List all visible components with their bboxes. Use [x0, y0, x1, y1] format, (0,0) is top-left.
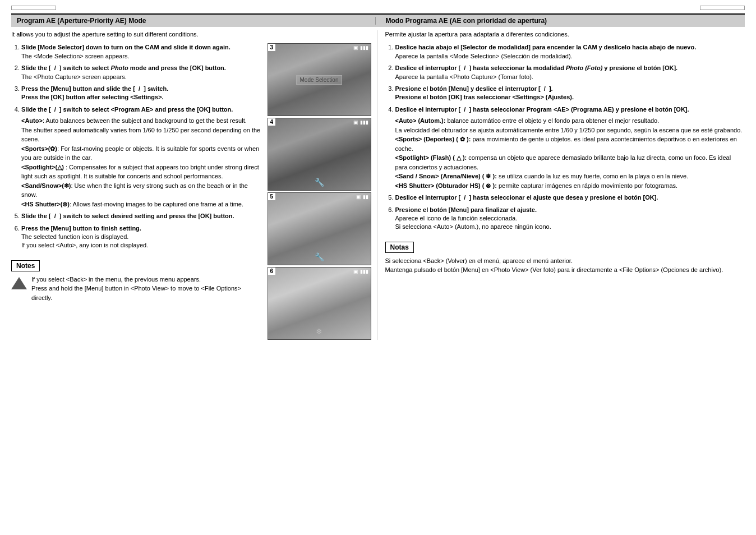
left-notes-label: Notes	[11, 260, 40, 271]
section-header-left: Program AE (Aperture-Priority AE) Mode	[17, 17, 371, 25]
main-content: It allows you to adjust the aperture set…	[11, 30, 745, 340]
camera-screen-3: 3 ▣ ▮▮▮ Mode Selection	[268, 43, 371, 116]
left-note-1: If you select <Back> in the menu, the pr…	[31, 275, 263, 284]
left-step-6-bold: Press the [Menu] button to finish settin…	[21, 225, 141, 232]
right-step-6-normal1: Aparece el icono de la función seleccion…	[395, 215, 518, 222]
left-notes-section: Notes If you select <Back> in the menu, …	[11, 256, 263, 303]
left-step-6: Press the [Menu] button to finish settin…	[21, 224, 263, 250]
left-subitem-sand: <Sand/Snow>(❄): Use when the light is ve…	[21, 181, 263, 200]
right-ordered-list: Deslice hacia abajo el [Selector de moda…	[385, 43, 745, 231]
right-notes-content: Si selecciona <Back> (Volver) en el menú…	[385, 256, 745, 275]
left-step-3: Press the [Menu] button and slide the [ …	[21, 85, 263, 102]
left-step-1: Slide [Mode Selector] down to turn on th…	[21, 43, 263, 61]
left-subitem-hs: <HS Shutter>(⊗): Allows fast-moving imag…	[21, 200, 263, 209]
left-step-4-bold: Slide the [ / ] switch to select <Progra…	[21, 106, 233, 113]
right-notes-label: Notas	[385, 242, 414, 253]
right-step-3: Presione el botón [Menu] y deslice el in…	[395, 85, 745, 102]
cam3-icons: ▣ ▮▮▮	[353, 45, 368, 50]
camera-screens-col: 3 ▣ ▮▮▮ Mode Selection 4	[268, 43, 371, 340]
left-intro: It allows you to adjust the aperture set…	[11, 30, 371, 39]
right-step-4-subitems: <Auto> (Autom.): balance automático entr…	[395, 116, 745, 190]
right-note-2: Mantenga pulsado el botón [Menu] en <Pho…	[385, 265, 745, 275]
left-note-2: Press and hold the [Menu] button in <Pho…	[31, 284, 263, 302]
cam3-mode-label: Mode Selection	[296, 75, 343, 85]
left-subitem-auto: <Auto>: Auto balances between the subjec…	[21, 116, 263, 126]
left-step-5: Slide the [ / ] switch to select desired…	[21, 212, 263, 220]
cam3-icon-battery: ▮▮▮	[360, 45, 368, 50]
right-step-1-bold: Deslice hacia abajo el [Selector de moda…	[395, 44, 697, 50]
left-step-4: Slide the [ / ] switch to select <Progra…	[21, 105, 263, 209]
right-intro: Permite ajustar la apertura para adaptar…	[385, 30, 745, 39]
right-step-2-bold: Deslice el interruptor [ / ] hasta selec…	[395, 64, 678, 71]
cam5-icon-signal: ▣	[356, 194, 361, 200]
right-step-6: Presione el botón [Menu] para finalizar …	[395, 206, 745, 232]
cam4-bottom-icon: 🔧	[315, 178, 324, 187]
left-step-6-normal1: The selected function icon is displayed.	[21, 233, 128, 240]
cam5-icons: ▣ ▮▮	[356, 194, 368, 200]
right-step-4: Deslice el interruptor [ / ] hasta selec…	[395, 105, 745, 190]
left-steps-list: Slide [Mode Selector] down to turn on th…	[11, 43, 263, 340]
left-step-1-bold: Slide [Mode Selector] down to turn on th…	[21, 44, 231, 50]
left-ordered-list: Slide [Mode Selector] down to turn on th…	[11, 43, 263, 250]
right-subitem-shutter: La velocidad del obturador se ajusta aut…	[395, 126, 745, 135]
right-subitem-spotlight: <Spotlight> (Flash) ( △ ): compensa un o…	[395, 153, 745, 172]
right-step-5-bold: Deslice el interruptor [ / ] hasta selec…	[395, 194, 658, 201]
cam6-num: 6	[268, 268, 276, 275]
left-step-2-bold: Slide the [ / ] switch to select Photo m…	[21, 64, 226, 71]
left-column: It allows you to adjust the aperture set…	[11, 30, 377, 340]
left-step-5-bold: Slide the [ / ] switch to select desired…	[21, 213, 234, 219]
left-step-6-normal2: If you select <Auto>, any icon is not di…	[21, 242, 148, 248]
right-notes-section: Notas Si selecciona <Back> (Volver) en e…	[385, 237, 745, 275]
right-subitem-auto: <Auto> (Autom.): balance automático entr…	[395, 116, 745, 126]
right-note-1: Si selecciona <Back> (Volver) en el menú…	[385, 256, 745, 266]
right-step-4-bold: Deslice el interruptor [ / ] hasta selec…	[395, 106, 689, 113]
right-step-1: Deslice hacia abajo el [Selector de moda…	[395, 43, 745, 61]
camera-screen-4: 4 ▣ ▮▮▮ 🔧	[268, 118, 371, 191]
cam6-icon-signal: ▣	[353, 269, 358, 274]
left-step-2: Slide the [ / ] switch to select Photo m…	[21, 64, 263, 81]
cam5-num: 5	[268, 193, 276, 200]
cam4-num: 4	[268, 118, 276, 126]
cam5-icon-battery: ▮▮	[363, 194, 368, 200]
left-step-1-normal: The <Mode Selection> screen appears.	[21, 53, 130, 59]
cam4-icons: ▣ ▮▮▮	[353, 119, 368, 125]
right-step-2-normal: Aparece la pantalla <Photo Capture> (Tom…	[395, 73, 533, 80]
left-steps-with-images: Slide [Mode Selector] down to turn on th…	[11, 43, 371, 340]
camera-screen-6: 6 ▣ ▮▮▮ ❄	[268, 267, 371, 340]
top-bar	[11, 6, 745, 10]
cam6-icon-battery: ▮▮▮	[360, 269, 368, 274]
left-step-3-bold: Press the [Menu] button and slide the [ …	[21, 85, 168, 92]
cam6-icons: ▣ ▮▮▮	[353, 269, 368, 274]
cam6-bottom-icon: ❄	[316, 327, 322, 336]
cam3-num: 3	[268, 44, 276, 51]
page: Program AE (Aperture-Priority AE) Mode M…	[0, 0, 756, 535]
left-notes-text: If you select <Back> in the menu, the pr…	[31, 275, 263, 303]
cam3-icon-signal: ▣	[353, 45, 358, 50]
left-notes-content: If you select <Back> in the menu, the pr…	[11, 275, 263, 303]
left-triangle-icon	[11, 277, 27, 289]
right-step-2: Deslice el interruptor [ / ] hasta selec…	[395, 64, 745, 81]
right-step-3-bold: Presione el botón [Menu] y deslice el in…	[395, 85, 553, 92]
left-step-4-subitems: <Auto>: Auto balances between the subjec…	[21, 116, 263, 209]
left-step-2-normal: The <Photo Capture> screen appears.	[21, 73, 127, 80]
cam4-icon-battery: ▮▮▮	[360, 119, 368, 125]
cam5-bottom-icon: 🔧	[315, 252, 324, 261]
right-step-6-normal2: Si selecciona <Auto> (Autom.), no aparec…	[395, 223, 551, 230]
right-page-box	[700, 6, 745, 10]
cam3-content: Mode Selection	[274, 55, 365, 104]
right-subitem-sand: <Sand / Snow> (Arena/Nieve) ( ❄ ): se ut…	[395, 172, 745, 181]
right-subitem-hs: <HS Shutter> (Obturador HS) ( ⊗ ): permi…	[395, 181, 745, 191]
camera-screen-5: 5 ▣ ▮▮ 🔧	[268, 192, 371, 265]
left-subitem-spotlight: <Spotlight>(△) : Compensates for a subje…	[21, 163, 263, 181]
right-step-1-normal: Aparece la pantalla <Mode Selection> (Se…	[395, 53, 573, 59]
cam4-icon-signal: ▣	[353, 119, 358, 125]
right-subitem-sports: <Sports> (Deportes) ( ✿ ): para movimien…	[395, 135, 745, 153]
left-step-3-bold2: Press the [OK] button after selecting <S…	[21, 94, 164, 100]
right-step-6-bold: Presione el botón [Menu] para finalizar …	[395, 206, 537, 213]
section-header-right: Modo Programa AE (AE con prioridad de ap…	[380, 17, 740, 25]
right-step-3-bold2: Presione el botón [OK] tras seleccionar …	[395, 94, 574, 100]
right-step-5: Deslice el interruptor [ / ] hasta selec…	[395, 193, 745, 202]
left-subitem-shutter: The shutter speed automatically varies f…	[21, 126, 263, 144]
left-page-box	[11, 6, 56, 10]
right-column: Permite ajustar la apertura para adaptar…	[377, 30, 745, 340]
